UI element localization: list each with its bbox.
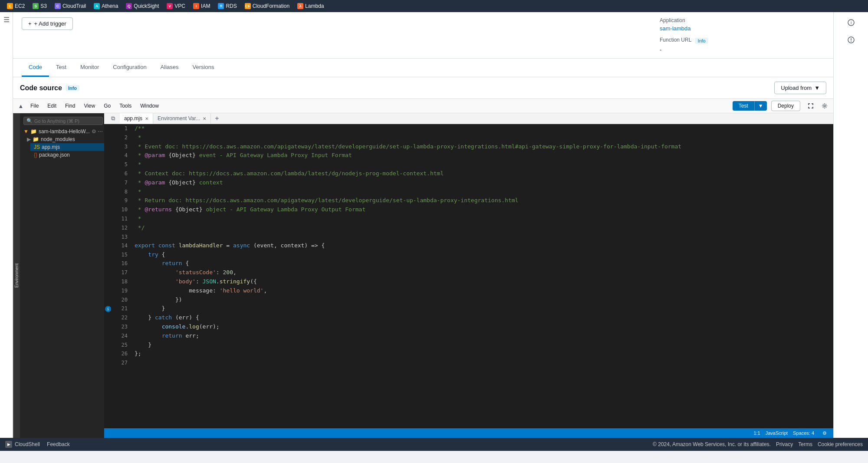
line-indicator-13 <box>104 233 112 241</box>
nav-label-iam: IAM <box>201 3 210 9</box>
upload-from-button[interactable]: Upload from ▼ <box>774 82 826 94</box>
nav-item-cloudtrail[interactable]: C CloudTrail <box>51 2 89 10</box>
file-tab-app-mjs[interactable]: app.mjs ✕ <box>120 113 153 124</box>
line-number-26: 26 <box>112 349 133 358</box>
line-indicator-25 <box>104 341 112 350</box>
settings-icon[interactable] <box>819 101 830 111</box>
tree-app-mjs[interactable]: JS app.mjs <box>30 143 106 151</box>
nav-item-rds[interactable]: R RDS <box>214 2 240 10</box>
info-badge[interactable]: Info <box>695 38 708 44</box>
line-indicator-26 <box>104 349 112 358</box>
cloudshell-button[interactable]: ▶ CloudShell <box>5 441 40 448</box>
line-indicator-27 <box>104 358 112 367</box>
window-menu[interactable]: Window <box>137 102 162 110</box>
search-input[interactable] <box>34 118 100 124</box>
cookie-link[interactable]: Cookie preferences <box>818 441 863 447</box>
tab-versions[interactable]: Versions <box>186 59 221 77</box>
toolbar-right-icons <box>806 101 830 111</box>
terms-link[interactable]: Terms <box>798 441 812 447</box>
fullscreen-icon[interactable] <box>806 101 816 111</box>
tree-root-folder[interactable]: ▼ 📁 sam-lambda-HelloW... ⚙ ⋯ <box>20 128 106 135</box>
sidebar-icon-1[interactable]: i <box>844 16 858 30</box>
nav-item-ec2[interactable]: E EC2 <box>3 2 28 10</box>
language-label[interactable]: JavaScript <box>766 430 788 436</box>
nav-item-iam[interactable]: I IAM <box>190 2 214 10</box>
spaces-label[interactable]: Spaces: 4 <box>793 430 814 436</box>
line-number-15: 15 <box>112 250 133 259</box>
tab-code[interactable]: Code <box>22 59 49 77</box>
add-tab-button[interactable]: + <box>213 114 221 123</box>
edit-menu[interactable]: Edit <box>44 102 60 110</box>
line-content-24: return err; <box>133 332 199 341</box>
close-env-var-icon[interactable]: ✕ <box>203 116 206 121</box>
triggers-area: + + Add trigger <box>22 17 660 30</box>
privacy-link[interactable]: Privacy <box>776 441 793 447</box>
tree-package-json[interactable]: {} package.json <box>30 151 106 159</box>
nav-item-cloudformation[interactable]: CF CloudFormation <box>241 2 293 10</box>
add-trigger-button[interactable]: + + Add trigger <box>22 17 73 30</box>
top-nav: E EC2 S S3 C CloudTrail A Athena Q Quick… <box>0 0 868 12</box>
copy-tab-icon[interactable]: ⧉ <box>108 113 118 124</box>
nav-item-quicksight[interactable]: Q QuickSight <box>122 2 162 10</box>
find-menu[interactable]: Find <box>62 102 79 110</box>
line-number-13: 13 <box>112 233 133 241</box>
collapse-arrow[interactable]: ▲ <box>16 102 25 110</box>
line-indicator-5 <box>104 160 112 169</box>
function-url-value: - <box>660 46 825 53</box>
plus-icon: + <box>28 20 32 27</box>
sidebar-icon-2[interactable] <box>844 33 858 47</box>
tools-menu[interactable]: Tools <box>116 102 135 110</box>
bottom-bar: ▶ CloudShell Feedback © 2024, Amazon Web… <box>0 438 868 451</box>
application-link[interactable]: sam-lambda <box>660 25 691 32</box>
nav-item-lambda[interactable]: λ Lambda <box>294 2 327 10</box>
code-source-info-badge[interactable]: Info <box>66 85 79 91</box>
code-source-title-text: Code source <box>20 84 62 92</box>
code-view[interactable]: 1 /** 2 * 3 <box>104 124 833 428</box>
info-indicator-icon[interactable]: i <box>105 306 111 312</box>
nav-label-cloudformation: CloudFormation <box>253 3 289 9</box>
sidebar-toggle[interactable]: ☰ <box>0 12 13 438</box>
code-line-21: i 21 } <box>104 304 833 313</box>
line-number-12: 12 <box>112 223 133 233</box>
more-icon-folder[interactable]: ⋯ <box>98 128 103 135</box>
file-menu[interactable]: File <box>27 102 42 110</box>
upload-from-label: Upload from <box>781 85 812 91</box>
feedback-link[interactable]: Feedback <box>47 441 70 447</box>
nav-item-athena[interactable]: A Athena <box>90 2 122 10</box>
go-menu[interactable]: Go <box>100 102 114 110</box>
content-area: + + Add trigger Application sam-lambda F… <box>13 12 833 438</box>
cloudtrail-icon: C <box>55 3 61 9</box>
tab-configuration[interactable]: Configuration <box>106 59 153 77</box>
deploy-button[interactable]: Deploy <box>771 101 800 111</box>
line-number-7: 7 <box>112 178 133 187</box>
nav-item-vpc[interactable]: V VPC <box>163 2 189 10</box>
node-modules-label: node_modules <box>41 136 75 142</box>
code-line-23: 23 console.log(err); <box>104 322 833 332</box>
test-button[interactable]: Test <box>733 101 754 111</box>
tab-aliases[interactable]: Aliases <box>154 59 186 77</box>
function-url-row: Function URL Info <box>660 37 825 45</box>
status-settings-icon[interactable]: ⚙ <box>819 428 830 438</box>
env-label[interactable]: Environment <box>13 113 20 438</box>
view-menu[interactable]: View <box>80 102 99 110</box>
close-app-mjs-icon[interactable]: ✕ <box>145 116 148 121</box>
line-number-9: 9 <box>112 196 133 205</box>
code-line-9: 9 * Return doc: https://docs.aws.amazon.… <box>104 196 833 205</box>
file-tab-env-var[interactable]: Environment Var... ✕ <box>153 113 211 124</box>
nav-label-s3: S3 <box>40 3 47 9</box>
line-content-8: * <box>133 187 141 197</box>
editor-toolbar: ▲ File Edit Find View Go Tools Window Te… <box>13 99 833 113</box>
quicksight-icon: Q <box>126 3 132 9</box>
line-number-20: 20 <box>112 296 133 305</box>
code-panel: ⧉ app.mjs ✕ Environment Var... ✕ + <box>104 113 833 438</box>
code-line-15: 15 try { <box>104 250 833 259</box>
tab-monitor[interactable]: Monitor <box>73 59 106 77</box>
code-line-19: 19 message: 'hello world', <box>104 286 833 296</box>
gear-icon-folder[interactable]: ⚙ <box>92 128 96 135</box>
line-content-21: } <box>133 304 165 313</box>
nav-label-quicksight: QuickSight <box>134 3 159 9</box>
test-dropdown-button[interactable]: ▼ <box>754 101 767 111</box>
tree-node-modules[interactable]: ▶ 📁 node_modules <box>23 135 106 143</box>
tab-test[interactable]: Test <box>49 59 73 77</box>
nav-item-s3[interactable]: S S3 <box>29 2 50 10</box>
